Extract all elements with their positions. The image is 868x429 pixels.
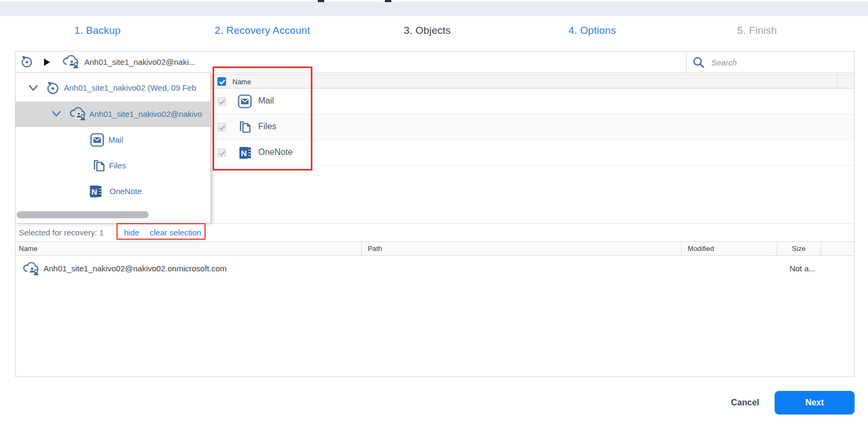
cropped-title-text-fragment (318, 0, 324, 2)
files-icon (92, 159, 106, 173)
column-header-size[interactable]: Size (777, 245, 821, 253)
cropped-title-text-fragment (385, 0, 391, 2)
column-header-modified[interactable]: Modified (688, 245, 714, 253)
objects-rows: Mail Files OneNote (211, 88, 854, 166)
expand-arrow-icon[interactable] (44, 58, 50, 66)
step-backup[interactable]: 1. Backup (15, 25, 180, 36)
hide-link[interactable]: hide (124, 228, 139, 237)
search-input[interactable] (710, 55, 841, 69)
next-button[interactable]: Next (775, 391, 855, 415)
column-divider (681, 242, 682, 255)
backup-tree-panel: Anh01_site1_nakivo02 (Wed, 09 Feb Anh01_… (16, 73, 211, 223)
step-recovery-account[interactable]: 2. Recovery Account (180, 25, 345, 36)
selected-item-size: Not a... (777, 264, 815, 273)
restore-point-icon[interactable] (20, 55, 34, 69)
chevron-down-icon[interactable] (52, 110, 61, 117)
selected-count-label: Selected for recovery: 1 (19, 228, 104, 237)
select-all-checkbox[interactable] (217, 77, 226, 86)
object-row-mail[interactable]: Mail (211, 88, 854, 114)
step-finish: 5. Finish (675, 25, 840, 36)
mail-checkbox-disabled (217, 97, 226, 106)
tree-onenote-label: OneNote (110, 187, 142, 196)
objects-table: Name Mail Files (211, 73, 854, 223)
column-divider (777, 242, 777, 255)
search-box (686, 51, 854, 72)
objects-table-header: Name (211, 74, 854, 88)
selection-bar: Selected for recovery: 1 hide clear sele… (16, 223, 854, 240)
files-checkbox-disabled (217, 123, 226, 131)
column-header-path[interactable]: Path (368, 245, 382, 253)
page: { "wizard": { "steps": [ {"label": "1. B… (0, 0, 868, 429)
browser-topbar: Anh01_site1_nakivo02@naki... (16, 51, 854, 73)
tree-backup-label: Anh01_site1_nakivo02 (Wed, 09 Feb (64, 83, 196, 92)
object-label: Files (258, 122, 276, 131)
column-header-name[interactable]: Name (19, 245, 38, 253)
column-divider (821, 242, 821, 255)
tree-row-onenote[interactable]: OneNote (16, 179, 210, 204)
objects-extra-column (837, 75, 854, 88)
object-row-files[interactable]: Files (211, 114, 854, 140)
tree-row-account[interactable]: Anh01_site1_nakivo02@nakivo (16, 101, 210, 127)
tree-row-files[interactable]: Files (16, 153, 210, 179)
breadcrumb-account-label[interactable]: Anh01_site1_nakivo02@naki... (84, 57, 195, 66)
selected-item-name: Anh01_site1_nakivo02@nakivo02.onmicrosof… (43, 264, 227, 273)
search-icon (692, 56, 704, 68)
tree-files-label: Files (109, 161, 126, 170)
cancel-button[interactable]: Cancel (718, 391, 772, 415)
onenote-icon (88, 184, 103, 198)
window-title-band (0, 2, 868, 16)
files-icon (238, 120, 252, 134)
step-objects: 3. Objects (345, 25, 509, 36)
step-options[interactable]: 4. Options (510, 25, 675, 36)
tree-row-mail[interactable]: Mail (16, 127, 210, 153)
selected-item-row[interactable]: Anh01_site1_nakivo02@nakivo02.onmicrosof… (16, 256, 854, 282)
object-label: Mail (258, 96, 274, 106)
object-row-onenote[interactable]: OneNote (211, 140, 854, 166)
restore-point-icon (46, 81, 60, 96)
cloud-account-icon (69, 106, 86, 122)
wizard-steps: 1. Backup 2. Recovery Account 3. Objects… (15, 25, 840, 36)
mail-icon (238, 94, 252, 108)
objects-name-column-header[interactable]: Name (232, 78, 251, 86)
horizontal-scrollbar-thumb[interactable] (17, 211, 149, 218)
chevron-down-icon[interactable] (28, 85, 38, 91)
onenote-icon (238, 146, 252, 160)
tree-account-label: Anh01_site1_nakivo02@nakivo (89, 109, 202, 119)
mail-icon (90, 133, 104, 147)
onenote-checkbox-disabled (217, 149, 226, 157)
cloud-account-icon (22, 261, 39, 277)
selected-table-header: Name Path Modified Size (16, 241, 854, 256)
object-label: OneNote (258, 147, 293, 157)
column-divider (361, 242, 362, 255)
objects-browser-panel: Anh01_site1_nakivo02@naki... Name Mail (15, 51, 855, 377)
tree-row-backup[interactable]: Anh01_site1_nakivo02 (Wed, 09 Feb (16, 76, 210, 101)
cloud-account-icon (62, 54, 79, 70)
tree-mail-label: Mail (108, 135, 123, 144)
clear-selection-link[interactable]: clear selection (150, 228, 201, 237)
